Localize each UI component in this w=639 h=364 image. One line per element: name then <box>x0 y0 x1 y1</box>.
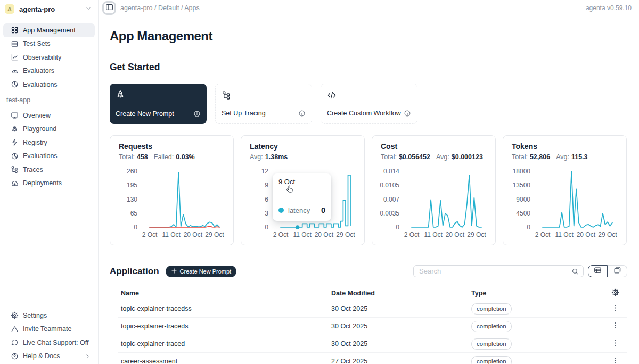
rows-icon <box>11 40 19 48</box>
chart-tokens: 04500900013500180002 Oct11 Oct20 Oct29 O… <box>503 163 627 243</box>
lightning-icon <box>11 138 19 146</box>
svg-text:11 Oct: 11 Oct <box>424 231 443 238</box>
sidebar-item-settings[interactable]: Settings <box>3 309 95 322</box>
sidebar-item-observability[interactable]: Observability <box>3 51 95 64</box>
breadcrumb-item[interactable]: agenta-pro <box>120 4 152 12</box>
search-icon[interactable] <box>571 268 579 275</box>
row-menu-button[interactable] <box>609 338 621 350</box>
triangle-icon <box>11 325 19 333</box>
get-started-card-label: Create Custom Workflow <box>327 110 404 117</box>
app-name-cell[interactable]: topic-explainer-traced <box>118 335 324 353</box>
sidebar-main-nav: App ManagementTest SetsObservabilityEval… <box>0 23 98 92</box>
column-header-type[interactable]: Type <box>464 286 603 300</box>
sidebar-item-evaluations[interactable]: Evaluations <box>3 78 95 92</box>
create-new-prompt-button[interactable]: Create New Prompt <box>166 266 237 277</box>
kebab-icon <box>611 339 619 349</box>
chevron-down-icon <box>85 4 92 14</box>
svg-text:9: 9 <box>265 181 268 189</box>
sidebar-item-playground[interactable]: Playground <box>3 122 95 136</box>
sidebar-item-label: Traces <box>23 166 43 173</box>
app-name-cell[interactable]: topic-explainer-traceds <box>118 318 324 335</box>
type-cell: completion <box>464 335 603 353</box>
kebab-icon <box>611 304 619 313</box>
card-view-button[interactable] <box>608 265 627 277</box>
sidebar-item-invite-teammate[interactable]: Invite Teammate <box>3 322 95 336</box>
sidebar-item-live-chat-support-off[interactable]: Live Chat Support: Off <box>3 336 95 350</box>
sidebar-item-label: Evaluators <box>23 67 54 75</box>
column-header-name[interactable]: Name <box>118 286 324 300</box>
info-icon[interactable] <box>404 110 411 117</box>
breadcrumb-separator: / <box>152 4 158 12</box>
plus-icon <box>171 268 177 275</box>
date-modified-cell: 30 Oct 2025 <box>324 335 464 353</box>
actions-cell <box>603 353 627 364</box>
sidebar-item-label: Help & Docs <box>23 352 60 360</box>
svg-text:20 Oct: 20 Oct <box>446 231 465 238</box>
sidebar-toggle-button[interactable] <box>102 1 116 15</box>
table-view-button[interactable] <box>588 265 608 277</box>
breadcrumb-item[interactable]: Default <box>158 4 179 12</box>
svg-text:0.007: 0.007 <box>383 196 399 203</box>
row-menu-button[interactable] <box>609 303 621 315</box>
monitor-icon <box>11 111 19 119</box>
workspace-name: agenta-pro <box>19 5 80 13</box>
sidebar-item-app-management[interactable]: App Management <box>3 23 95 37</box>
chart-donut-icon <box>11 152 19 160</box>
info-icon[interactable] <box>193 110 201 118</box>
chart-donut-icon <box>11 80 19 88</box>
column-header-date-modified[interactable]: Date Modified <box>324 286 464 300</box>
tooltip-series-row: latency0 <box>278 206 325 214</box>
sidebar-item-overview[interactable]: Overview <box>3 109 95 122</box>
stat-label: Total: <box>512 153 528 161</box>
svg-text:0: 0 <box>396 224 399 231</box>
app-name-cell[interactable]: career-assessment <box>118 353 324 364</box>
svg-text:2 Oct: 2 Oct <box>142 231 158 238</box>
workspace-selector[interactable]: A agenta-pro <box>0 2 98 16</box>
chevron-right-icon <box>85 353 91 359</box>
panel-left-icon <box>105 3 113 13</box>
sidebar-item-traces[interactable]: Traces <box>3 163 95 177</box>
sidebar-footer-nav: SettingsInvite TeammateLive Chat Support… <box>0 309 98 363</box>
stat-value: $0.056452 <box>399 153 430 161</box>
get-started-card-create-custom-workflow[interactable]: Create Custom Workflow <box>321 84 417 124</box>
sidebar-item-help-docs[interactable]: Help & Docs <box>3 350 95 363</box>
rocket-icon <box>11 125 19 133</box>
svg-text:65: 65 <box>130 210 138 217</box>
svg-text:18000: 18000 <box>513 168 531 175</box>
column-settings-button[interactable] <box>609 287 621 299</box>
sidebar-item-evaluations[interactable]: Evaluations <box>3 150 95 163</box>
svg-text:3: 3 <box>265 210 268 217</box>
svg-text:11 Oct: 11 Oct <box>555 231 574 238</box>
chart-requests: 0651301952602 Oct11 Oct20 Oct29 Oct <box>110 163 234 243</box>
type-cell: completion <box>464 318 603 335</box>
sidebar-item-registry[interactable]: Registry <box>3 136 95 150</box>
breadcrumb[interactable]: agenta-pro / Default / Apps <box>120 4 200 12</box>
legend-dot-icon <box>278 208 284 213</box>
table-row: career-assessment27 Oct 2025completion <box>118 353 627 364</box>
svg-text:11 Oct: 11 Oct <box>293 231 312 238</box>
stat-card-requests: RequestsTotal:458Failed:0.03%06513019526… <box>110 135 234 245</box>
info-icon[interactable] <box>298 110 306 117</box>
svg-text:29 Oct: 29 Oct <box>598 231 617 238</box>
stat-card-title: Tokens <box>512 142 618 151</box>
get-started-card-create-new-prompt[interactable]: Create New Prompt <box>110 84 207 124</box>
sidebar-project-nav: OverviewPlaygroundRegistryEvaluationsTra… <box>0 109 98 190</box>
svg-text:0: 0 <box>134 224 137 231</box>
type-cell: completion <box>464 353 603 364</box>
applications-table: Name Date Modified Type topic-explainer-… <box>118 286 627 364</box>
svg-text:20 Oct: 20 Oct <box>315 231 334 238</box>
row-menu-button[interactable] <box>609 355 621 364</box>
sidebar-item-label: Test Sets <box>23 40 50 47</box>
sidebar-item-label: Evaluations <box>23 81 58 88</box>
sidebar-item-deployments[interactable]: Deployments <box>3 177 95 191</box>
stat-value: 1.38ms <box>265 153 288 161</box>
table-view-icon <box>594 266 602 276</box>
table-row: topic-explainer-traced30 Oct 2025complet… <box>118 335 627 353</box>
app-name-cell[interactable]: topic-explainer-tracedss <box>118 300 324 318</box>
svg-text:0.0105: 0.0105 <box>380 181 399 189</box>
get-started-card-set-up-tracing[interactable]: Set Up Tracing <box>215 84 312 124</box>
row-menu-button[interactable] <box>609 320 621 332</box>
sidebar-item-test-sets[interactable]: Test Sets <box>3 37 95 51</box>
sidebar-item-evaluators[interactable]: Evaluators <box>3 64 95 78</box>
search-input[interactable] <box>419 267 571 275</box>
